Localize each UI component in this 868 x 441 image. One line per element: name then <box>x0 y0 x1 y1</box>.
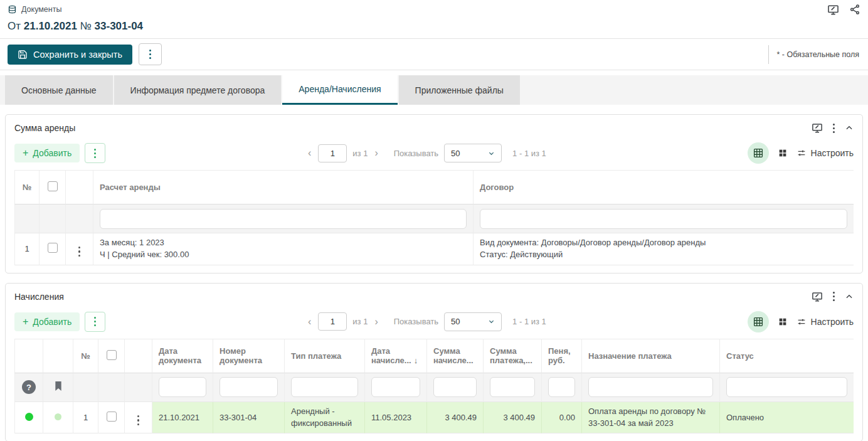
select-all-checkbox[interactable] <box>107 350 117 360</box>
filter-doc-number-input[interactable] <box>220 377 278 397</box>
col-header-payment-sum: Сумма платежа,... <box>484 339 542 373</box>
collapse-chevron-icon[interactable] <box>845 292 854 301</box>
chevron-down-icon <box>488 150 495 157</box>
save-icon <box>18 50 28 60</box>
add-menu-kebab-button[interactable] <box>85 312 105 332</box>
panel-menu-kebab-icon[interactable] <box>833 292 835 301</box>
monitor-edit-icon[interactable] <box>812 122 823 134</box>
col-header-num: № <box>73 339 98 373</box>
add-button-label: Добавить <box>33 317 71 327</box>
accruals-table-row[interactable]: 1 21.10.2021 33-301-04 Арендный - фиксир… <box>14 402 854 434</box>
filter-accrual-sum-input[interactable] <box>433 377 477 397</box>
page-size-select[interactable]: 50 <box>444 312 502 331</box>
col-header-menu <box>125 339 152 373</box>
breadcrumb[interactable]: Документы <box>8 5 61 14</box>
rent-table: № Расчет аренды Договор 1 За месяц: 1 20… <box>14 170 854 265</box>
filter-calc-input[interactable] <box>100 209 467 229</box>
add-menu-kebab-button[interactable] <box>85 143 105 163</box>
pagination: ‹ из 1 › Показывать 50 1 - 1 из 1 <box>105 144 747 162</box>
status-dot-pale <box>55 413 61 420</box>
add-button[interactable]: + Добавить <box>14 312 80 331</box>
action-bar: Сохранить и закрыть * - Обязательные пол… <box>0 39 868 70</box>
monitor-edit-icon[interactable] <box>827 4 839 16</box>
col-header-payment-type: Тип платежа <box>285 339 365 373</box>
save-button-label: Сохранить и закрыть <box>33 50 122 60</box>
cell-penalty: 0.00 <box>542 402 582 434</box>
rent-table-row[interactable]: 1 За месяц: 1 2023 Ч | Средний чек: 300.… <box>14 233 854 265</box>
plus-icon: + <box>23 317 28 327</box>
sliders-icon <box>797 317 807 327</box>
top-bar: Документы <box>0 0 868 19</box>
pagination: ‹ из 1 › Показывать 50 1 - 1 из 1 <box>105 312 747 331</box>
share-icon[interactable] <box>849 4 860 15</box>
col-header-accrual-sum: Сумма начисле... <box>427 339 484 373</box>
title-date: 21.10.2021 <box>24 20 77 32</box>
filter-payment-sum-input[interactable] <box>490 377 535 397</box>
prev-page-button[interactable]: ‹ <box>307 147 312 159</box>
next-page-button[interactable]: › <box>373 316 379 327</box>
tab-attached-files[interactable]: Приложенные файлы <box>399 75 520 105</box>
tab-contract-subject-info[interactable]: Информация предмете договора <box>114 75 282 105</box>
contract-line2: Статус: Действующий <box>480 249 847 261</box>
page-size-value: 50 <box>451 317 460 326</box>
page-of-label: из 1 <box>352 149 368 158</box>
accruals-panel-title: Начисления <box>14 292 64 302</box>
row-num: 1 <box>73 402 98 434</box>
select-all-checkbox[interactable] <box>48 181 58 191</box>
rent-sum-panel: Сумма аренды + Добавить ‹ и <box>5 114 863 274</box>
tab-bar: Основные данные Информация предмете дого… <box>0 75 868 105</box>
title-no-label: № <box>80 20 92 32</box>
configure-button[interactable]: Настроить <box>797 148 854 158</box>
row-checkbox[interactable] <box>107 412 117 422</box>
col-header-select <box>98 339 125 373</box>
page-number-input[interactable] <box>318 312 347 331</box>
accruals-table-filter-row: ? <box>14 373 854 402</box>
page-number-input[interactable] <box>318 144 347 162</box>
col-header-doc-number: Номер документа <box>213 339 285 373</box>
row-checkbox[interactable] <box>48 243 58 253</box>
more-actions-button[interactable] <box>139 43 162 65</box>
row-menu-kebab-icon[interactable] <box>137 415 140 426</box>
rent-calc-cell: За месяц: 1 2023 Ч | Средний чек: 300.00 <box>93 233 474 265</box>
collapse-chevron-icon[interactable] <box>845 124 854 132</box>
filter-status-input[interactable] <box>726 377 847 397</box>
filter-contract-input[interactable] <box>480 209 847 229</box>
help-icon[interactable]: ? <box>22 380 36 394</box>
rent-table-header-row: № Расчет аренды Договор <box>14 171 854 205</box>
cell-payment-type: Арендный - фиксированный <box>285 402 365 434</box>
add-button[interactable]: + Добавить <box>14 144 80 162</box>
page-size-select[interactable]: 50 <box>444 144 502 162</box>
breadcrumb-label: Документы <box>21 5 61 14</box>
bookmark-icon[interactable] <box>54 381 63 391</box>
save-and-close-button[interactable]: Сохранить и закрыть <box>8 45 132 65</box>
page-of-label: из 1 <box>352 317 368 326</box>
sliders-icon <box>797 148 807 158</box>
col-header-purpose: Назначение платежа <box>582 339 720 373</box>
table-view-icon[interactable] <box>748 311 769 332</box>
panel-menu-kebab-icon[interactable] <box>833 124 835 133</box>
next-page-button[interactable]: › <box>373 147 379 159</box>
filter-accrual-date-input[interactable] <box>371 377 420 397</box>
cell-doc-number: 33-301-04 <box>213 402 285 434</box>
filter-doc-date-input[interactable] <box>159 377 206 397</box>
show-label: Показывать <box>394 317 438 326</box>
configure-button[interactable]: Настроить <box>797 317 854 327</box>
row-menu-kebab-icon[interactable] <box>78 247 81 257</box>
cards-view-icon[interactable] <box>778 148 788 158</box>
tab-main-data[interactable]: Основные данные <box>5 75 113 105</box>
filter-purpose-input[interactable] <box>588 377 713 397</box>
sort-desc-icon[interactable]: ↓ <box>414 356 418 365</box>
table-view-icon[interactable] <box>748 142 769 164</box>
tab-rent-accruals[interactable]: Аренда/Начисления <box>282 75 397 105</box>
kebab-icon <box>149 50 151 59</box>
filter-penalty-input[interactable] <box>548 377 575 397</box>
monitor-edit-icon[interactable] <box>812 291 823 302</box>
calc-line2: Ч | Средний чек: 300.00 <box>100 249 467 261</box>
cell-payment-sum: 3 400.49 <box>484 402 542 434</box>
cell-doc-date: 21.10.2021 <box>152 402 213 434</box>
cell-purpose: Оплата аренды по договору № 33-301-04 за… <box>582 402 720 434</box>
cards-view-icon[interactable] <box>778 317 788 327</box>
configure-label: Настроить <box>811 317 854 327</box>
filter-payment-type-input[interactable] <box>291 377 358 397</box>
prev-page-button[interactable]: ‹ <box>307 316 312 327</box>
